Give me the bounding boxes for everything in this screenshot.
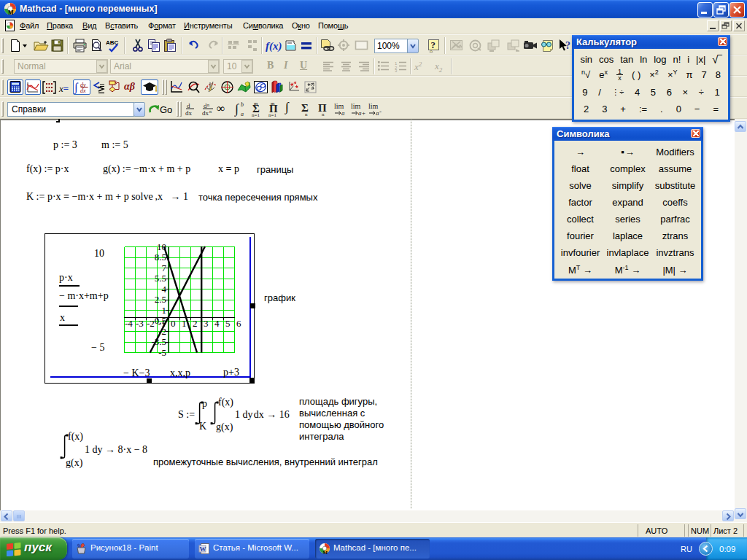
svg-text:n=1: n=1 xyxy=(252,112,260,117)
svg-text:0: 0 xyxy=(171,318,176,329)
svg-text:n: n xyxy=(305,112,308,117)
svg-text:5.5: 5.5 xyxy=(155,273,166,284)
svg-text:-1: -1 xyxy=(158,318,166,329)
svg-text:dx: dx xyxy=(185,109,193,116)
svg-text:4: 4 xyxy=(162,284,167,295)
svg-text:m: m xyxy=(271,101,275,106)
svg-text:4: 4 xyxy=(214,318,220,329)
svg-text:10: 10 xyxy=(157,241,166,252)
svg-text:-3: -3 xyxy=(136,318,144,329)
svg-text:3: 3 xyxy=(204,318,209,329)
svg-text:1: 1 xyxy=(162,305,167,316)
svg-text:7: 7 xyxy=(162,262,167,273)
svg-text:f(x): f(x) xyxy=(266,40,282,52)
svg-text:-5: -5 xyxy=(158,347,166,357)
svg-text:1: 1 xyxy=(182,318,187,329)
svg-text:M: M xyxy=(8,9,14,16)
svg-text:dx: dx xyxy=(80,88,86,94)
svg-text:6: 6 xyxy=(236,318,241,329)
svg-text:dx: dx xyxy=(202,109,209,116)
svg-text:-3.5: -3.5 xyxy=(151,336,166,347)
svg-text:8.5: 8.5 xyxy=(155,252,166,262)
svg-text:-2: -2 xyxy=(147,318,155,329)
svg-text:?: ? xyxy=(565,40,570,51)
svg-text:n: n xyxy=(207,103,209,107)
svg-text:?: ? xyxy=(431,39,436,50)
svg-text:∫: ∫ xyxy=(234,101,239,117)
svg-text:b: b xyxy=(241,101,244,108)
svg-text:5: 5 xyxy=(225,318,231,329)
svg-text:+: + xyxy=(362,109,365,117)
svg-text:M: M xyxy=(323,550,328,556)
svg-text:2.5: 2.5 xyxy=(155,294,166,305)
svg-text:a: a xyxy=(341,109,345,117)
svg-text:W: W xyxy=(200,545,206,553)
svg-text:-4: -4 xyxy=(125,318,133,329)
svg-text:n: n xyxy=(209,109,212,114)
svg-text:a: a xyxy=(241,111,244,117)
svg-text:n=1: n=1 xyxy=(268,112,276,117)
svg-text:n: n xyxy=(322,112,325,117)
svg-text:∫: ∫ xyxy=(74,81,79,94)
svg-text:3: 3 xyxy=(395,69,398,72)
svg-text:-: - xyxy=(379,108,382,115)
svg-text:m: m xyxy=(254,101,258,106)
svg-text:2: 2 xyxy=(193,318,198,329)
